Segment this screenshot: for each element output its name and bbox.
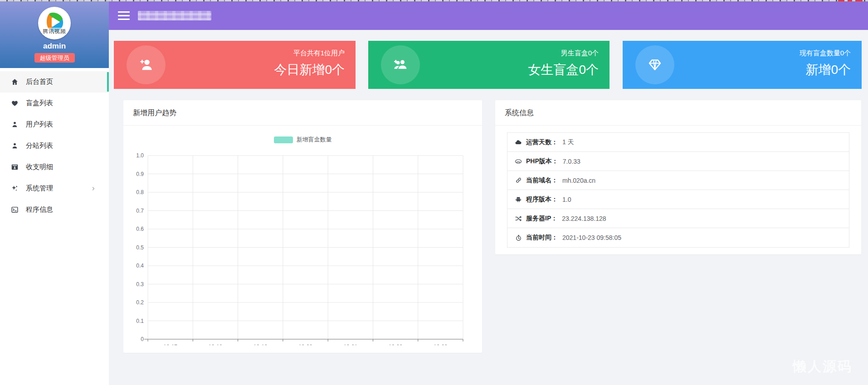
strip-red-fragment [855,0,863,1]
sidebar-item-program-info[interactable]: 程序信息 [0,199,109,220]
top-header [109,1,868,30]
user-icon [10,121,19,128]
sidebar-item-label: 分站列表 [26,141,53,150]
stat-card-boxes-total: 现有盲盒数量0个 新增0个 [623,41,862,89]
legend-label: 新增盲盒数量 [297,136,332,144]
info-label: 当前域名： [526,176,558,185]
stat-card-subtitle: 男生盲盒0个 [528,49,599,58]
svg-text:0: 0 [141,336,144,342]
browser-edge-strip [0,0,868,1]
info-label: 服务器IP： [526,214,557,223]
svg-text:0.9: 0.9 [136,171,144,177]
sidebar-item-label: 后台首页 [26,78,53,86]
menu-icon[interactable] [118,11,130,20]
svg-text:0.2: 0.2 [136,299,144,306]
svg-text:0.8: 0.8 [136,189,144,195]
sidebar-item-label: 系统管理 [26,184,53,193]
sidebar-item-label: 盲盒列表 [26,99,53,107]
sidebar: 腾讯视频 admin 超级管理员 后台首页 盲盒列表 用户列表 [0,1,109,385]
sidebar-user-card: 腾讯视频 admin 超级管理员 [0,1,109,68]
info-row-program-version: 程序版本： 1.0 [507,190,849,209]
stat-card-users: 平台共有1位用户 今日新增0个 [114,41,356,89]
group-add-icon [381,45,420,84]
sidebar-item-label: 程序信息 [26,205,53,214]
sidebar-item-system-management[interactable]: 系统管理 [0,178,109,199]
info-value: 2021-10-23 09:58:05 [562,234,621,241]
info-label: 程序版本： [526,195,558,204]
avatar[interactable]: 腾讯视频 [38,7,71,39]
cloud-icon [514,139,522,146]
android-icon [514,196,522,203]
line-chart: 00.10.20.30.40.50.60.70.80.91.010-1710-1… [123,146,482,345]
chart-panel-title: 新增用户趋势 [123,100,482,126]
blurred-page-title [138,11,211,20]
info-row-server-ip: 服务器IP： 23.224.138.128 [507,209,849,228]
info-value: 7.0.33 [563,158,580,165]
legend-item[interactable]: 新增盲盒数量 [123,136,482,144]
info-label: 运营天数： [526,138,558,146]
sidebar-item-user-list[interactable]: 用户列表 [0,114,109,135]
info-value: 23.224.138.128 [562,215,606,222]
system-info-panel: 系统信息 运营天数： 1 天 php PHP版本： 7.0.33 [495,100,861,254]
stat-card-title: 新增0个 [800,61,851,78]
strip-red-fragment [848,0,852,1]
stat-card-subtitle: 平台共有1位用户 [274,49,345,58]
trend-chart-panel: 新增用户趋势 新增盲盒数量 00.10.20.30.40.50.60.70.80… [123,100,482,353]
svg-text:0.7: 0.7 [136,208,144,214]
svg-text:0.3: 0.3 [136,281,144,288]
user-add-icon [127,45,166,84]
svg-text:0.1: 0.1 [136,318,144,324]
heart-icon [10,99,19,107]
stat-card-title: 女生盲盒0个 [528,61,599,78]
info-value: 1 天 [562,138,574,146]
clock-icon [514,234,522,241]
user-icon [10,142,19,150]
diamond-icon [635,45,674,84]
id-card-icon [10,163,19,171]
role-badge: 超级管理员 [34,53,75,63]
main-content: 平台共有1位用户 今日新增0个 男生盲盒0个 女生盲盒0个 现有盲盒数量0个 新… [109,30,868,385]
sidebar-item-label: 用户列表 [26,120,53,129]
info-value: 1.0 [562,196,571,203]
system-info-list: 运营天数： 1 天 php PHP版本： 7.0.33 当前域名： mh.020… [507,132,849,248]
sidebar-menu: 后台首页 盲盒列表 用户列表 分站列表 收支明细 [0,68,109,220]
strip-red-fragment [838,0,844,1]
svg-text:0.6: 0.6 [136,226,144,232]
avatar-caption: 腾讯视频 [38,28,71,35]
home-icon [10,78,19,86]
stat-card-subtitle: 现有盲盒数量0个 [800,49,851,58]
sidebar-item-label: 收支明细 [26,163,53,171]
sidebar-item-blindbox-list[interactable]: 盲盒列表 [0,93,109,114]
user-name: admin [43,42,66,51]
info-row-php-version: php PHP版本： 7.0.33 [507,152,849,171]
sidebar-item-dashboard[interactable]: 后台首页 [0,71,109,93]
info-label: PHP版本： [526,157,558,166]
svg-text:10-22: 10-22 [389,344,403,345]
stat-card-title: 今日新增0个 [274,61,345,78]
svg-text:php: php [517,160,520,162]
sidebar-item-income-expense[interactable]: 收支明细 [0,156,109,178]
svg-text:0.4: 0.4 [136,263,144,269]
svg-text:10-18: 10-18 [209,344,223,345]
svg-text:10-19: 10-19 [254,344,268,345]
legend-swatch [274,136,293,143]
info-label: 当前时间： [526,234,558,242]
svg-text:10-20: 10-20 [298,344,312,345]
info-value: mh.020a.cn [562,177,595,184]
terminal-icon [10,206,19,214]
sidebar-item-substation-list[interactable]: 分站列表 [0,135,109,156]
svg-text:0.5: 0.5 [136,244,144,251]
info-row-domain: 当前域名： mh.020a.cn [507,171,849,190]
chevron-right-icon [91,186,96,191]
watermark: 懒人源码 [793,357,853,376]
svg-text:10-21: 10-21 [343,344,357,345]
shuffle-icon [514,215,522,222]
svg-text:10-23: 10-23 [434,344,448,345]
php-icon: php [514,158,522,165]
info-row-uptime: 运营天数： 1 天 [507,133,849,152]
svg-text:1.0: 1.0 [136,152,144,159]
system-panel-title: 系统信息 [495,100,861,126]
stat-card-boxes-gender: 男生盲盒0个 女生盲盒0个 [368,41,610,89]
svg-text:10-17: 10-17 [163,344,177,345]
sparkles-icon [10,185,19,192]
